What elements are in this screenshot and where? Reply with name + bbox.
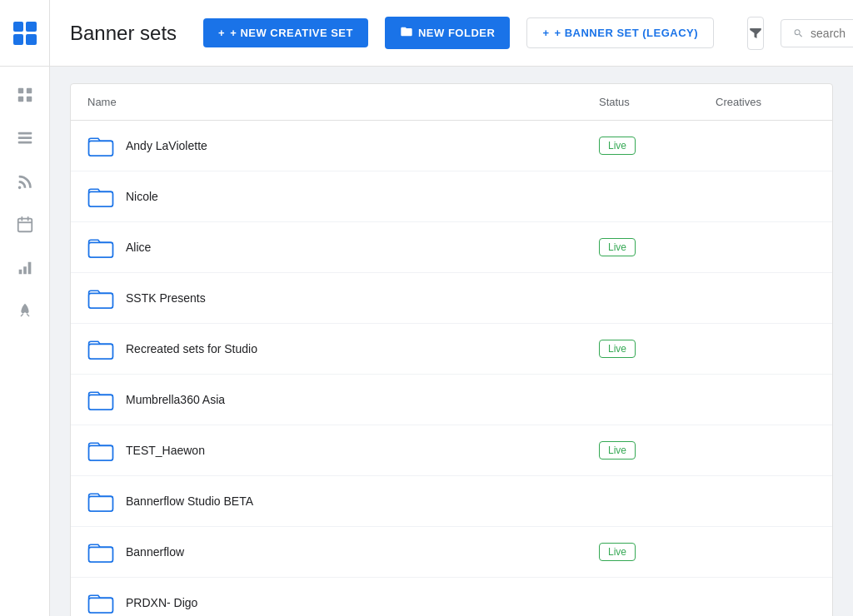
folder-icon — [87, 132, 114, 159]
table-row[interactable]: Alice Live — [71, 222, 832, 273]
status-badge: Live — [599, 238, 636, 256]
search-input[interactable] — [811, 27, 853, 40]
svg-rect-2 — [17, 97, 22, 102]
sidebar-item-calendar[interactable] — [7, 206, 43, 243]
svg-rect-5 — [17, 137, 32, 139]
sidebar-item-chart[interactable] — [7, 250, 43, 286]
table-row[interactable]: Andy LaViolette Live — [71, 121, 832, 171]
row-status-cell: Live — [599, 543, 716, 561]
page-header: Banner sets + + NEW CREATIVE SET NEW FOL… — [50, 0, 853, 67]
svg-rect-0 — [17, 88, 22, 93]
row-status-cell: Live — [599, 340, 716, 358]
row-status-cell: Live — [599, 238, 716, 256]
svg-rect-3 — [26, 97, 31, 102]
row-label: Nicole — [126, 190, 158, 203]
banner-set-legacy-label: + BANNER SET (LEGACY) — [554, 27, 698, 39]
row-label: TEST_Haewon — [126, 444, 205, 457]
main-content: Banner sets + + NEW CREATIVE SET NEW FOL… — [50, 0, 853, 616]
status-badge: Live — [599, 137, 636, 155]
table-row[interactable]: SSTK Presents — [71, 273, 832, 324]
row-name-cell: Bannerflow Studio BETA — [87, 488, 599, 514]
row-name-cell: TEST_Haewon — [87, 437, 599, 464]
search-box[interactable] — [781, 19, 853, 47]
new-creative-set-label: + NEW CREATIVE SET — [230, 27, 353, 39]
table-row[interactable]: Nicole — [71, 171, 832, 222]
folder-icon — [87, 234, 114, 261]
app-logo[interactable] — [0, 0, 50, 67]
banner-sets-table: Name Status Creatives Andy LaViolette Li… — [70, 83, 833, 616]
row-label: SSTK Presents — [126, 291, 206, 305]
status-badge: Live — [599, 543, 636, 561]
folder-icon — [87, 589, 114, 616]
page-title: Banner sets — [70, 22, 177, 45]
table-row[interactable]: Bannerflow Live — [71, 527, 832, 578]
new-creative-set-button[interactable]: + + NEW CREATIVE SET — [203, 18, 368, 47]
svg-rect-6 — [17, 142, 32, 144]
column-status: Status — [599, 96, 716, 108]
row-label: Bannerflow — [126, 545, 184, 559]
table-row[interactable]: Bannerflow Studio BETA — [71, 476, 832, 527]
folder-icon — [87, 488, 114, 514]
row-status-cell: Live — [599, 441, 716, 460]
folder-icon — [87, 437, 114, 464]
table-body: Andy LaViolette Live Nicole Alice Live — [71, 121, 832, 616]
row-name-cell: Mumbrella360 Asia — [87, 386, 599, 413]
plus-icon: + — [218, 27, 225, 39]
sidebar-item-rss[interactable] — [7, 163, 43, 200]
row-name-cell: Bannerflow — [87, 539, 599, 565]
row-label: Andy LaViolette — [126, 139, 207, 152]
row-name-cell: Alice — [87, 234, 599, 261]
folder-icon — [87, 285, 114, 311]
sidebar — [0, 0, 50, 616]
status-badge: Live — [599, 441, 636, 460]
table-row[interactable]: TEST_Haewon Live — [71, 425, 832, 476]
svg-rect-4 — [17, 132, 32, 135]
folder-icon — [87, 335, 114, 362]
table-row[interactable]: Mumbrella360 Asia — [71, 375, 832, 425]
column-creatives: Creatives — [716, 96, 816, 108]
row-name-cell: Nicole — [87, 183, 599, 210]
table-header: Name Status Creatives — [71, 84, 832, 121]
status-badge: Live — [599, 340, 636, 358]
row-label: Alice — [126, 241, 151, 254]
row-name-cell: Recreated sets for Studio — [87, 335, 599, 362]
plus-icon-legacy: + — [542, 27, 549, 39]
table-row[interactable]: PRDXN- Digo — [71, 578, 832, 616]
sidebar-item-feed[interactable] — [7, 120, 43, 156]
folder-icon — [87, 386, 114, 413]
row-status-cell: Live — [599, 137, 716, 155]
sidebar-item-grid[interactable] — [7, 77, 43, 113]
filter-button[interactable] — [747, 17, 764, 50]
search-icon — [793, 27, 804, 40]
table-row[interactable]: Recreated sets for Studio Live — [71, 324, 832, 375]
sidebar-item-rocket[interactable] — [7, 293, 43, 330]
content-area: Name Status Creatives Andy LaViolette Li… — [50, 67, 853, 616]
banner-set-legacy-button[interactable]: + + BANNER SET (LEGACY) — [526, 17, 714, 48]
row-label: Recreated sets for Studio — [126, 342, 257, 355]
row-name-cell: Andy LaViolette — [87, 132, 599, 159]
svg-rect-1 — [26, 88, 31, 93]
row-label: Mumbrella360 Asia — [126, 393, 225, 406]
folder-icon — [87, 183, 114, 210]
row-label: PRDXN- Digo — [126, 596, 197, 609]
new-folder-label: NEW FOLDER — [418, 27, 495, 39]
row-name-cell: SSTK Presents — [87, 285, 599, 311]
row-label: Bannerflow Studio BETA — [126, 494, 253, 508]
row-name-cell: PRDXN- Digo — [87, 589, 599, 616]
folder-icon-btn — [400, 25, 413, 41]
svg-rect-7 — [17, 219, 32, 232]
new-folder-button[interactable]: NEW FOLDER — [385, 17, 510, 49]
folder-icon — [87, 539, 114, 565]
logo-grid — [13, 22, 37, 45]
column-name: Name — [87, 96, 599, 108]
